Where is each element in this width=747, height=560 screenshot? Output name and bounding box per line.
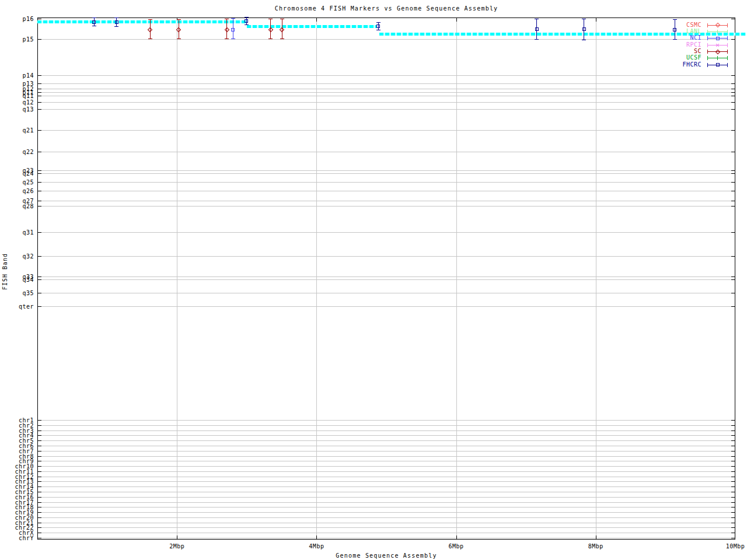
y-gridline <box>37 466 735 467</box>
errorbar-cap-SC <box>280 38 284 39</box>
y-tick-right <box>731 173 735 174</box>
y-tick-label: q12 <box>0 99 34 106</box>
plot-border-top <box>37 18 735 18</box>
errorbar-cap-SC <box>177 19 181 20</box>
y-tick-label: q34 <box>0 276 34 283</box>
y-tick-right <box>731 451 735 452</box>
y-gridline <box>37 471 735 472</box>
errorbar-cap-NCI <box>231 38 235 39</box>
y-gridline <box>37 477 735 477</box>
y-tick-left <box>37 39 41 40</box>
y-gridline <box>37 152 735 152</box>
errorbar-cap-FHCRC <box>535 39 539 40</box>
y-tick-left <box>37 538 41 538</box>
legend-marker-NCI <box>716 37 720 40</box>
y-tick-right <box>731 533 735 533</box>
legend-label-UCSF: UCSF <box>657 54 701 61</box>
y-tick-left <box>37 425 41 426</box>
marker-SC <box>148 27 152 32</box>
y-tick-right <box>731 182 735 183</box>
y-gridline <box>37 279 735 280</box>
y-tick-left <box>37 527 41 528</box>
y-tick-left <box>37 456 41 457</box>
y-tick-right <box>731 191 735 191</box>
marker-SC <box>224 27 229 32</box>
y-tick-right <box>731 83 735 84</box>
y-tick-right <box>731 92 735 93</box>
y-tick-right <box>731 440 735 441</box>
errorbar-cap-SC <box>225 38 229 39</box>
y-gridline <box>37 206 735 206</box>
legend-sample-cap <box>707 36 708 40</box>
y-gridline <box>37 446 735 446</box>
errorbar-cap-SC <box>148 19 152 20</box>
y-tick-left <box>37 497 41 498</box>
y-tick-left <box>37 92 41 93</box>
marker-FHCRC <box>535 27 539 31</box>
y-tick-label: q21 <box>0 127 34 134</box>
legend-sample-cap <box>727 63 728 67</box>
y-tick-left <box>37 420 41 421</box>
y-gridline <box>37 173 735 174</box>
legend-sample-cap <box>727 43 728 47</box>
y-tick-left <box>37 279 41 280</box>
y-tick-left <box>37 481 41 482</box>
y-tick-left <box>37 191 41 191</box>
chart-canvas: Chromosome 4 FISH Markers vs Genome Sequ… <box>0 0 747 560</box>
y-tick-right <box>731 201 735 201</box>
y-tick-left <box>37 96 41 96</box>
legend-label-LANL: LANL <box>657 28 701 35</box>
errorbar-cap-FHCRC <box>114 26 118 27</box>
y-tick-label: q31 <box>0 229 34 236</box>
chart-title: Chromosome 4 FISH Markers vs Genome Sequ… <box>37 5 735 12</box>
legend-sample-cap <box>707 50 708 54</box>
x-tick-top <box>596 18 596 22</box>
y-tick-label: q25 <box>0 179 34 186</box>
errorbar-cap-FHCRC <box>92 26 96 26</box>
y-gridline <box>37 492 735 492</box>
x-tick-label: 6Mbp <box>449 543 464 550</box>
errorbar-cap-FHCRC <box>245 17 249 18</box>
y-tick-label: q28 <box>0 203 34 209</box>
y-tick-label: p16 <box>0 16 34 22</box>
y-tick-left <box>37 206 41 206</box>
y-tick-left <box>37 182 41 183</box>
y-gridline <box>37 425 735 426</box>
y-tick-right <box>731 256 735 257</box>
y-gridline <box>37 75 735 76</box>
y-tick-right <box>731 276 735 277</box>
y-tick-left <box>37 471 41 472</box>
y-gridline <box>37 130 735 131</box>
y-tick-right <box>731 456 735 457</box>
marker-FHCRC <box>245 19 248 23</box>
y-tick-left <box>37 523 41 523</box>
y-tick-right <box>731 206 735 206</box>
y-tick-label: p15 <box>0 36 34 43</box>
y-tick-label: q24 <box>0 170 34 177</box>
y-tick-left <box>37 109 41 110</box>
y-tick-right <box>731 420 735 421</box>
y-tick-right <box>731 152 735 152</box>
x-gridline <box>177 18 177 540</box>
y-tick-left <box>37 130 41 131</box>
y-gridline <box>37 481 735 482</box>
y-tick-right <box>731 130 735 131</box>
errorbar-cap-FHCRC <box>92 18 96 18</box>
y-gridline <box>37 276 735 277</box>
y-gridline <box>37 170 735 171</box>
plot-border-bottom <box>37 539 735 540</box>
x-tick-bottom <box>316 536 317 540</box>
y-tick-right <box>731 512 735 513</box>
y-gridline <box>37 538 735 538</box>
x-gridline <box>456 18 457 540</box>
legend-sample-cap <box>707 63 708 67</box>
y-gridline <box>37 182 735 183</box>
y-tick-left <box>37 89 41 89</box>
errorbar-cap-SC <box>268 38 273 39</box>
y-tick-left <box>37 435 41 436</box>
y-tick-left <box>37 512 41 513</box>
y-tick-left <box>37 517 41 518</box>
y-gridline <box>37 293 735 293</box>
y-gridline <box>37 83 735 84</box>
legend-marker-FHCRC <box>716 63 720 66</box>
